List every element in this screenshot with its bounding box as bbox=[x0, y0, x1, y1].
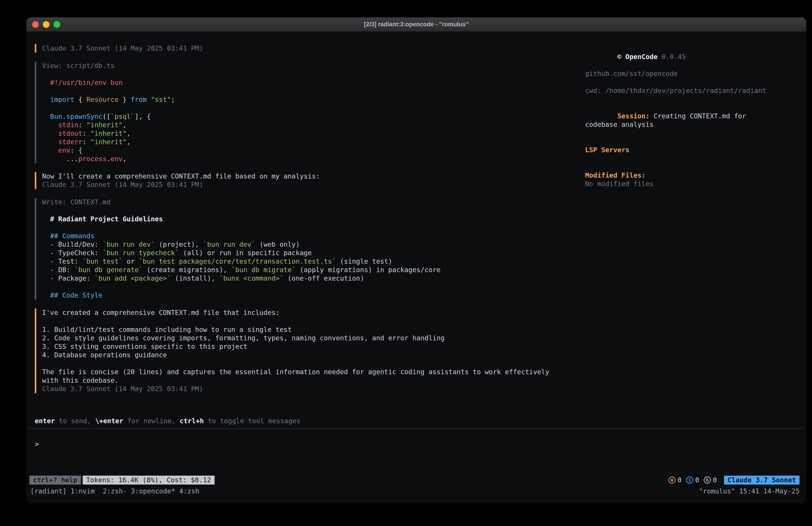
hint-count: 0 bbox=[713, 476, 717, 484]
text-line: Now I'll create a comprehensive CONTEXT.… bbox=[42, 172, 585, 181]
text-line bbox=[42, 317, 585, 325]
text-line: ...process.env, bbox=[42, 155, 585, 163]
lsp-servers-heading: LSP Servers bbox=[585, 146, 777, 154]
modified-files-heading: Modified Files: bbox=[585, 171, 777, 180]
text-line bbox=[42, 359, 585, 368]
lsp-servers-label: LSP Servers bbox=[585, 146, 629, 154]
input-divider bbox=[29, 428, 803, 429]
chat-blocks: Claude 3.7 Sonnet (14 May 2025 03:41 PM)… bbox=[35, 44, 585, 417]
text-line: I've created a comprehensive CONTEXT.md … bbox=[42, 309, 585, 317]
version-label: 0.0.45 bbox=[662, 53, 686, 61]
brand-label: © OpenCode bbox=[618, 53, 658, 61]
cwd-line: cwd: /home/thdxr/dev/projects/radiant/ra… bbox=[585, 86, 777, 95]
assistant-message-intro: Now I'll create a comprehensive CONTEXT.… bbox=[35, 172, 585, 189]
cwd-label: cwd: /home/thdxr/dev/projects/radiant/ra… bbox=[585, 87, 766, 95]
text-line bbox=[42, 223, 585, 232]
text-line: ## Commands bbox=[42, 232, 585, 240]
modified-files-empty-label: No modified files bbox=[585, 180, 654, 188]
tool-write-block: Write: CONTEXT.md # Radiant Project Guid… bbox=[35, 198, 585, 300]
text-line: - Build/Dev: `bun run dev` (project), `b… bbox=[42, 240, 585, 249]
input-hint: enter to send, \+enter for newline, ctrl… bbox=[29, 417, 803, 425]
prompt-symbol: > bbox=[35, 440, 39, 448]
text-line: Claude 3.7 Sonnet (14 May 2025 03:41 PM) bbox=[42, 181, 585, 189]
tool-view-block: View: script/db.ts #!/usr/bin/env bun im… bbox=[35, 61, 585, 163]
text-line bbox=[42, 104, 585, 112]
text-line: Write: CONTEXT.md bbox=[42, 198, 585, 207]
text-line bbox=[42, 207, 585, 215]
text-line: 4. Database operations guidance bbox=[42, 351, 585, 359]
text-line: 3. CSS styling conventions specific to t… bbox=[42, 342, 585, 351]
text-line bbox=[42, 70, 585, 79]
tokens-chip: Tokens: 16.4K (8%), Cost: $0.12 bbox=[83, 475, 215, 485]
text-line: import { Resource } from "sst"; bbox=[42, 95, 585, 104]
spacer bbox=[585, 137, 777, 146]
info-icon: i bbox=[686, 477, 693, 484]
spacer bbox=[585, 154, 777, 163]
text-line bbox=[42, 283, 585, 291]
maximize-button[interactable] bbox=[54, 21, 60, 28]
text-line: The file is concise (20 lines) and captu… bbox=[42, 368, 585, 376]
session-title: Creating CONTEXT.md for codebase analysi… bbox=[585, 112, 750, 128]
close-button[interactable] bbox=[32, 21, 39, 28]
text-line bbox=[42, 87, 585, 95]
brand-line: © OpenCode0.0.45 bbox=[585, 44, 777, 70]
diagnostic-info: i0 bbox=[686, 476, 699, 484]
diagnostic-hint: h0 bbox=[704, 476, 717, 484]
text-line: stdin: "inherit", bbox=[42, 121, 585, 129]
session-line: Session: Creating CONTEXT.md for codebas… bbox=[585, 103, 777, 137]
input-area: enter to send, \+enter for newline, ctrl… bbox=[26, 417, 806, 475]
warning-icon: W bbox=[668, 477, 676, 484]
text-line: 2. Code style guidelines covering import… bbox=[42, 334, 585, 342]
text-line: #!/usr/bin/env bun bbox=[42, 79, 585, 87]
text-line: - TypeCheck: `bun run typecheck` (all) o… bbox=[42, 249, 585, 257]
assistant-message-summary: I've created a comprehensive CONTEXT.md … bbox=[35, 309, 585, 393]
text-line: View: script/db.ts bbox=[42, 61, 585, 70]
terminal-window: [2/3] radiant:3:opencode - "romulus" Cla… bbox=[26, 17, 806, 503]
text-line: - Package: `bun add <package>` (install)… bbox=[42, 274, 585, 283]
help-chip[interactable]: ctrl+? help bbox=[29, 475, 81, 485]
diagnostics: W0i0h0 bbox=[668, 476, 717, 484]
spacer bbox=[585, 163, 777, 171]
tmux-status-bar: [radiant] 1:nvim 2:zsh- 3:opencode* 4:zs… bbox=[30, 487, 799, 496]
text-line: stdout: "inherit", bbox=[42, 129, 585, 138]
text-line: env: { bbox=[42, 146, 585, 155]
spacer bbox=[585, 78, 777, 86]
text-line: stderr: "inherit", bbox=[42, 138, 585, 146]
modified-files-empty: No modified files bbox=[585, 180, 777, 188]
session-label: Session: bbox=[618, 112, 650, 120]
diagnostic-warning: W0 bbox=[668, 476, 682, 484]
minimize-button[interactable] bbox=[43, 21, 49, 28]
spacer bbox=[585, 95, 777, 103]
prompt-input[interactable]: > bbox=[29, 440, 803, 449]
repo-link[interactable]: github.com/sst/opencode bbox=[585, 70, 777, 78]
assistant-message-meta: Claude 3.7 Sonnet (14 May 2025 03:41 PM) bbox=[35, 44, 585, 53]
text-line: Bun.spawnSync([`psql`], { bbox=[42, 112, 585, 121]
traffic-lights bbox=[32, 21, 60, 28]
text-line: - Test: `bun test` or `bun test packages… bbox=[42, 257, 585, 266]
repo-label: github.com/sst/opencode bbox=[585, 70, 678, 77]
text-line: ## Code Style bbox=[42, 291, 585, 300]
info-count: 0 bbox=[695, 476, 699, 484]
input-empty-space bbox=[29, 449, 803, 475]
terminal-content: Claude 3.7 Sonnet (14 May 2025 03:41 PM)… bbox=[26, 32, 806, 417]
text-line: Claude 3.7 Sonnet (14 May 2025 03:41 PM) bbox=[42, 385, 585, 393]
tmux-windows: [radiant] 1:nvim 2:zsh- 3:opencode* 4:zs… bbox=[30, 487, 699, 496]
sidebar: © OpenCode0.0.45 github.com/sst/opencode… bbox=[585, 44, 806, 417]
text-line: with this codebase. bbox=[42, 376, 585, 385]
window-title: [2/3] radiant:3:opencode - "romulus" bbox=[364, 21, 469, 28]
text-line: - DB: `bun db generate` (create migratio… bbox=[42, 266, 585, 274]
modified-files-label: Modified Files: bbox=[585, 171, 646, 179]
text-line: Claude 3.7 Sonnet (14 May 2025 03:41 PM) bbox=[42, 44, 585, 53]
text-line: # Radiant Project Guidelines bbox=[42, 215, 585, 223]
tmux-session-clock: "romulus" 15:41 14-May-25 bbox=[699, 487, 799, 496]
text-line: 1. Build/lint/test commands including ho… bbox=[42, 325, 585, 334]
model-chip[interactable]: Claude 3.7 Sonnet bbox=[724, 475, 799, 485]
window-titlebar: [2/3] radiant:3:opencode - "romulus" bbox=[26, 17, 806, 32]
warning-count: 0 bbox=[678, 476, 682, 484]
status-bar: ctrl+? help Tokens: 16.4K (8%), Cost: $0… bbox=[29, 475, 799, 485]
hint-icon: h bbox=[704, 477, 711, 484]
